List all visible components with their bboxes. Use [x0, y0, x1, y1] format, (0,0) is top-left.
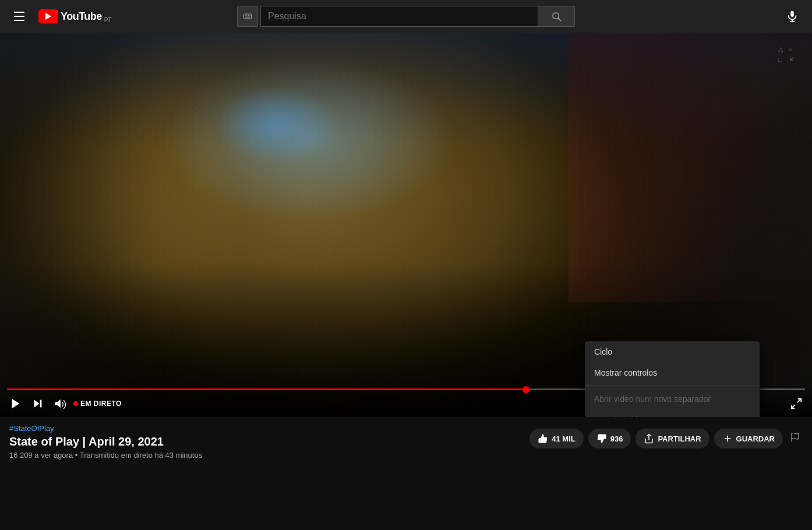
- hamburger-menu[interactable]: [9, 7, 29, 26]
- video-hashtag[interactable]: #StateOfPlay: [9, 424, 202, 433]
- flag-button[interactable]: [788, 430, 803, 448]
- next-button[interactable]: [29, 395, 47, 412]
- video-meta: 16 209 a ver agora • Transmitido em dire…: [9, 451, 202, 460]
- video-player[interactable]: △ ○ □ ✕: [0, 33, 812, 417]
- svg-line-19: [797, 399, 801, 402]
- mic-icon: [786, 10, 799, 23]
- ctx-ciclo-label: Ciclo: [594, 347, 612, 356]
- svg-text:△: △: [778, 45, 783, 52]
- share-button[interactable]: PARTILHAR: [636, 429, 709, 448]
- live-dot: [73, 401, 78, 406]
- playstation-logo: △ ○ □ ✕: [777, 38, 806, 71]
- live-text: EM DIRETO: [80, 400, 122, 408]
- share-label: PARTILHAR: [658, 434, 701, 443]
- dislike-button[interactable]: 936: [588, 429, 631, 448]
- search-input[interactable]: [260, 6, 538, 27]
- volume-button[interactable]: [51, 395, 69, 412]
- video-info: #StateOfPlay State of Play | April 29, 2…: [0, 417, 812, 467]
- header-center: [126, 6, 686, 27]
- svg-text:□: □: [778, 56, 782, 63]
- search-bar: [237, 6, 575, 27]
- header: YouTube PT: [0, 0, 812, 33]
- ctx-guardar-video: Guardar vídeo como... Ctrl+S: [585, 409, 760, 417]
- svg-rect-8: [790, 11, 794, 17]
- like-count: 41 MIL: [552, 434, 575, 443]
- ctx-separator-1: [585, 386, 760, 386]
- yt-logo-icon: [38, 9, 58, 23]
- video-info-left: #StateOfPlay State of Play | April 29, 2…: [9, 424, 202, 460]
- svg-text:○: ○: [789, 45, 793, 52]
- yt-logo-text: YouTube: [61, 10, 102, 23]
- fullscreen-button[interactable]: [788, 395, 805, 412]
- svg-marker-15: [12, 399, 20, 409]
- thumbs-down-icon: [596, 433, 607, 444]
- ctx-guardar-video-shortcut: Ctrl+S: [730, 416, 750, 417]
- search-icon: [551, 11, 562, 22]
- svg-text:✕: ✕: [789, 56, 794, 63]
- share-icon: [644, 433, 654, 444]
- youtube-logo[interactable]: YouTube PT: [38, 9, 112, 23]
- progress-fill: [7, 388, 526, 390]
- svg-marker-16: [34, 400, 40, 408]
- progress-dot: [522, 386, 529, 393]
- svg-rect-0: [243, 14, 251, 19]
- ps-logo-icon: △ ○ □ ✕: [777, 38, 806, 68]
- video-title: State of Play | April 29, 2021: [9, 435, 202, 448]
- svg-rect-17: [40, 400, 42, 408]
- svg-marker-18: [55, 400, 61, 408]
- volume-icon: [54, 397, 66, 410]
- ctx-abrir-video: Abrir vídeo num novo separador: [585, 388, 760, 409]
- svg-line-20: [792, 405, 795, 408]
- next-icon: [31, 397, 44, 410]
- ctx-ciclo[interactable]: Ciclo: [585, 341, 760, 362]
- play-button[interactable]: [7, 395, 24, 412]
- play-icon: [9, 397, 22, 410]
- flag-icon: [790, 432, 800, 443]
- dislike-count: 936: [610, 434, 623, 443]
- header-right: [686, 6, 803, 27]
- ctx-guardar-video-label: Guardar vídeo como...: [594, 415, 675, 417]
- keyboard-button[interactable]: [237, 6, 258, 27]
- context-menu: Ciclo Mostrar controlos Abrir vídeo num …: [585, 341, 760, 417]
- video-section: △ ○ □ ✕: [0, 33, 812, 530]
- yt-logo-country: PT: [104, 17, 112, 23]
- search-button[interactable]: [538, 6, 575, 27]
- keyboard-icon: [243, 12, 252, 21]
- like-button[interactable]: 41 MIL: [529, 429, 583, 448]
- save-label: GUARDAR: [736, 434, 775, 443]
- main-content: △ ○ □ ✕: [0, 33, 812, 530]
- ctx-mostrar-controlos[interactable]: Mostrar controlos: [585, 362, 760, 383]
- ctx-abrir-video-label: Abrir vídeo num novo separador: [594, 394, 711, 404]
- live-badge: EM DIRETO: [73, 400, 122, 408]
- controls-right: [788, 395, 805, 412]
- mic-button[interactable]: [782, 6, 803, 27]
- header-left: YouTube PT: [9, 7, 126, 26]
- save-icon: [722, 433, 733, 444]
- thumbs-up-icon: [538, 433, 548, 444]
- fullscreen-icon: [790, 397, 803, 410]
- svg-line-7: [558, 18, 560, 20]
- save-button[interactable]: GUARDAR: [714, 429, 783, 448]
- ctx-mostrar-controlos-label: Mostrar controlos: [594, 368, 657, 377]
- video-actions: 41 MIL 936: [529, 429, 803, 448]
